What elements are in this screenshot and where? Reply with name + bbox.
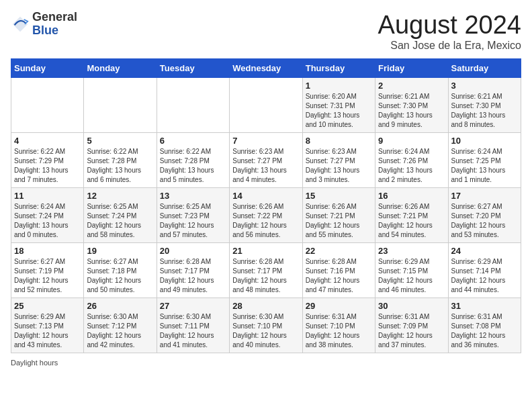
calendar-cell: 16Sunrise: 6:26 AM Sunset: 7:21 PM Dayli… bbox=[375, 188, 448, 243]
day-number: 7 bbox=[232, 136, 299, 146]
calendar-cell: 7Sunrise: 6:23 AM Sunset: 7:27 PM Daylig… bbox=[230, 133, 302, 188]
day-info: Sunrise: 6:27 AM Sunset: 7:20 PM Dayligh… bbox=[451, 202, 518, 240]
day-number: 9 bbox=[378, 136, 445, 146]
day-info: Sunrise: 6:21 AM Sunset: 7:30 PM Dayligh… bbox=[451, 92, 518, 130]
month-title: August 2024 bbox=[378, 11, 521, 40]
calendar-cell: 31Sunrise: 6:31 AM Sunset: 7:08 PM Dayli… bbox=[448, 298, 521, 353]
day-header-tuesday: Tuesday bbox=[157, 59, 229, 78]
day-info: Sunrise: 6:28 AM Sunset: 7:16 PM Dayligh… bbox=[306, 257, 372, 295]
day-number: 31 bbox=[451, 301, 518, 311]
day-header-thursday: Thursday bbox=[302, 59, 375, 78]
logo-text: General Blue bbox=[32, 11, 77, 38]
day-info: Sunrise: 6:23 AM Sunset: 7:27 PM Dayligh… bbox=[232, 147, 299, 185]
calendar-cell: 21Sunrise: 6:28 AM Sunset: 7:17 PM Dayli… bbox=[230, 243, 302, 298]
day-info: Sunrise: 6:30 AM Sunset: 7:10 PM Dayligh… bbox=[232, 312, 299, 350]
day-number: 14 bbox=[232, 191, 299, 201]
day-number: 19 bbox=[87, 246, 153, 256]
day-info: Sunrise: 6:22 AM Sunset: 7:29 PM Dayligh… bbox=[14, 147, 81, 185]
day-number: 16 bbox=[378, 191, 445, 201]
day-number: 30 bbox=[378, 301, 445, 311]
header: General Blue August 2024 San Jose de la … bbox=[11, 11, 521, 52]
calendar-cell: 1Sunrise: 6:20 AM Sunset: 7:31 PM Daylig… bbox=[302, 78, 375, 133]
calendar-cell: 8Sunrise: 6:23 AM Sunset: 7:27 PM Daylig… bbox=[302, 133, 375, 188]
day-number: 4 bbox=[14, 136, 81, 146]
day-info: Sunrise: 6:22 AM Sunset: 7:28 PM Dayligh… bbox=[87, 147, 153, 185]
day-info: Sunrise: 6:29 AM Sunset: 7:13 PM Dayligh… bbox=[14, 312, 81, 350]
calendar-cell: 26Sunrise: 6:30 AM Sunset: 7:12 PM Dayli… bbox=[84, 298, 157, 353]
day-number: 17 bbox=[451, 191, 518, 201]
calendar-cell: 25Sunrise: 6:29 AM Sunset: 7:13 PM Dayli… bbox=[11, 298, 84, 353]
calendar-cell: 4Sunrise: 6:22 AM Sunset: 7:29 PM Daylig… bbox=[11, 133, 84, 188]
calendar-cell: 5Sunrise: 6:22 AM Sunset: 7:28 PM Daylig… bbox=[84, 133, 157, 188]
day-info: Sunrise: 6:25 AM Sunset: 7:23 PM Dayligh… bbox=[160, 202, 226, 240]
day-info: Sunrise: 6:24 AM Sunset: 7:24 PM Dayligh… bbox=[14, 202, 81, 240]
day-info: Sunrise: 6:28 AM Sunset: 7:17 PM Dayligh… bbox=[160, 257, 226, 295]
day-info: Sunrise: 6:26 AM Sunset: 7:21 PM Dayligh… bbox=[306, 202, 372, 240]
day-number: 8 bbox=[306, 136, 372, 146]
day-number: 15 bbox=[306, 191, 372, 201]
day-info: Sunrise: 6:22 AM Sunset: 7:28 PM Dayligh… bbox=[160, 147, 226, 185]
day-number: 11 bbox=[14, 191, 81, 201]
calendar-cell: 30Sunrise: 6:31 AM Sunset: 7:09 PM Dayli… bbox=[375, 298, 448, 353]
day-info: Sunrise: 6:23 AM Sunset: 7:27 PM Dayligh… bbox=[306, 147, 372, 185]
day-info: Sunrise: 6:28 AM Sunset: 7:17 PM Dayligh… bbox=[232, 257, 299, 295]
calendar-cell bbox=[84, 78, 157, 133]
calendar-cell: 18Sunrise: 6:27 AM Sunset: 7:19 PM Dayli… bbox=[11, 243, 84, 298]
daylight-hours-label: Daylight hours bbox=[11, 359, 58, 367]
logo-icon bbox=[11, 15, 30, 34]
day-number: 3 bbox=[451, 81, 518, 91]
calendar-cell: 22Sunrise: 6:28 AM Sunset: 7:16 PM Dayli… bbox=[302, 243, 375, 298]
calendar-cell: 12Sunrise: 6:25 AM Sunset: 7:24 PM Dayli… bbox=[84, 188, 157, 243]
calendar-cell: 3Sunrise: 6:21 AM Sunset: 7:30 PM Daylig… bbox=[448, 78, 521, 133]
calendar-week-row: 18Sunrise: 6:27 AM Sunset: 7:19 PM Dayli… bbox=[11, 243, 521, 298]
day-number: 27 bbox=[160, 301, 226, 311]
calendar-cell: 20Sunrise: 6:28 AM Sunset: 7:17 PM Dayli… bbox=[157, 243, 229, 298]
day-info: Sunrise: 6:27 AM Sunset: 7:18 PM Dayligh… bbox=[87, 257, 153, 295]
day-header-monday: Monday bbox=[84, 59, 157, 78]
calendar-cell: 17Sunrise: 6:27 AM Sunset: 7:20 PM Dayli… bbox=[448, 188, 521, 243]
day-info: Sunrise: 6:20 AM Sunset: 7:31 PM Dayligh… bbox=[306, 92, 372, 130]
logo: General Blue bbox=[11, 11, 77, 38]
day-number: 6 bbox=[160, 136, 226, 146]
day-number: 13 bbox=[160, 191, 226, 201]
day-number: 1 bbox=[306, 81, 372, 91]
day-number: 22 bbox=[306, 246, 372, 256]
day-number: 23 bbox=[378, 246, 445, 256]
calendar-cell: 2Sunrise: 6:21 AM Sunset: 7:30 PM Daylig… bbox=[375, 78, 448, 133]
day-number: 29 bbox=[306, 301, 372, 311]
day-number: 24 bbox=[451, 246, 518, 256]
day-header-wednesday: Wednesday bbox=[230, 59, 302, 78]
day-info: Sunrise: 6:31 AM Sunset: 7:10 PM Dayligh… bbox=[306, 312, 372, 350]
calendar-cell: 11Sunrise: 6:24 AM Sunset: 7:24 PM Dayli… bbox=[11, 188, 84, 243]
day-number: 25 bbox=[14, 301, 81, 311]
calendar-cell bbox=[11, 78, 84, 133]
day-number: 12 bbox=[87, 191, 153, 201]
calendar-cell: 6Sunrise: 6:22 AM Sunset: 7:28 PM Daylig… bbox=[157, 133, 229, 188]
day-header-saturday: Saturday bbox=[448, 59, 521, 78]
calendar-cell: 15Sunrise: 6:26 AM Sunset: 7:21 PM Dayli… bbox=[302, 188, 375, 243]
calendar-cell: 24Sunrise: 6:29 AM Sunset: 7:14 PM Dayli… bbox=[448, 243, 521, 298]
calendar-cell: 27Sunrise: 6:30 AM Sunset: 7:11 PM Dayli… bbox=[157, 298, 229, 353]
logo-general: General bbox=[32, 11, 77, 24]
calendar-week-row: 25Sunrise: 6:29 AM Sunset: 7:13 PM Dayli… bbox=[11, 298, 521, 353]
day-number: 28 bbox=[232, 301, 299, 311]
day-header-sunday: Sunday bbox=[11, 59, 84, 78]
calendar-week-row: 1Sunrise: 6:20 AM Sunset: 7:31 PM Daylig… bbox=[11, 78, 521, 133]
legend-area: Daylight hours bbox=[11, 359, 521, 367]
calendar-week-row: 11Sunrise: 6:24 AM Sunset: 7:24 PM Dayli… bbox=[11, 188, 521, 243]
day-info: Sunrise: 6:30 AM Sunset: 7:12 PM Dayligh… bbox=[87, 312, 153, 350]
day-info: Sunrise: 6:24 AM Sunset: 7:25 PM Dayligh… bbox=[451, 147, 518, 185]
day-info: Sunrise: 6:29 AM Sunset: 7:14 PM Dayligh… bbox=[451, 257, 518, 295]
day-number: 21 bbox=[232, 246, 299, 256]
day-number: 10 bbox=[451, 136, 518, 146]
day-info: Sunrise: 6:24 AM Sunset: 7:26 PM Dayligh… bbox=[378, 147, 445, 185]
title-area: August 2024 San Jose de la Era, Mexico bbox=[378, 11, 521, 52]
day-info: Sunrise: 6:21 AM Sunset: 7:30 PM Dayligh… bbox=[378, 92, 445, 130]
day-info: Sunrise: 6:29 AM Sunset: 7:15 PM Dayligh… bbox=[378, 257, 445, 295]
day-info: Sunrise: 6:31 AM Sunset: 7:08 PM Dayligh… bbox=[451, 312, 518, 350]
day-info: Sunrise: 6:26 AM Sunset: 7:21 PM Dayligh… bbox=[378, 202, 445, 240]
day-number: 2 bbox=[378, 81, 445, 91]
calendar-cell bbox=[230, 78, 302, 133]
day-info: Sunrise: 6:25 AM Sunset: 7:24 PM Dayligh… bbox=[87, 202, 153, 240]
calendar-cell: 19Sunrise: 6:27 AM Sunset: 7:18 PM Dayli… bbox=[84, 243, 157, 298]
